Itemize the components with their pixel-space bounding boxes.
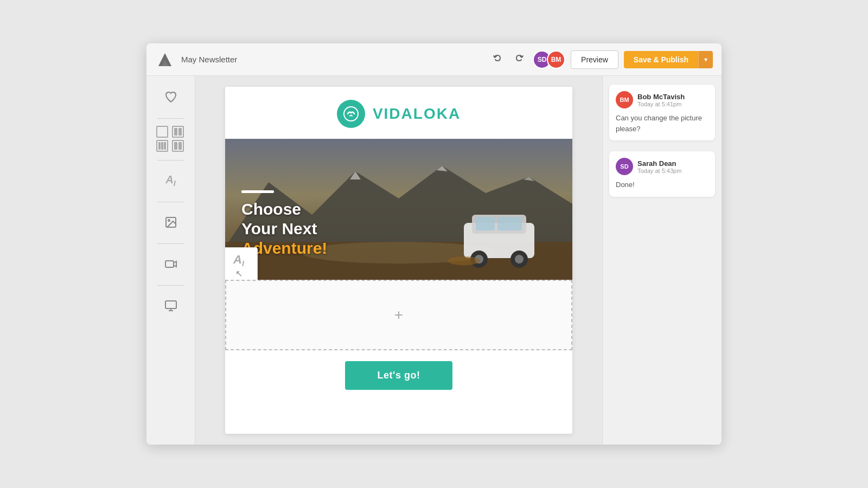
document-title: May Newsletter [181, 55, 483, 64]
comment-header-bm: BM Bob McTavish Today at 5:41pm [616, 91, 709, 108]
undo-button[interactable] [489, 51, 506, 68]
brand-name: VIDALOKA [373, 105, 461, 123]
add-content-icon: + [394, 306, 403, 324]
sidebar-divider-1 [157, 118, 184, 119]
collaborator-avatars: SD BM [533, 50, 565, 69]
sidebar-divider-3 [157, 202, 184, 202]
hero-accent-bar [241, 190, 274, 193]
sidebar-item-social[interactable] [156, 291, 186, 320]
email-canvas: VIDALOKA [225, 87, 572, 434]
comments-panel: BM Bob McTavish Today at 5:41pm Can you … [602, 76, 722, 445]
sidebar-item-video[interactable] [156, 249, 186, 279]
header: May Newsletter SD BM Preview Save & [146, 43, 722, 76]
content-drop-zone[interactable]: + [225, 280, 572, 350]
svg-rect-17 [497, 217, 522, 230]
save-publish-dropdown[interactable]: ▾ [698, 51, 713, 68]
comment-text-bm: Can you change the picture please? [616, 113, 709, 134]
sidebar-item-favorites[interactable] [156, 82, 186, 112]
ai-element-label: AI [233, 254, 244, 267]
preview-button[interactable]: Preview [571, 50, 618, 69]
sidebar-item-layout-grid[interactable] [156, 124, 186, 153]
hero-image: Choose Your Next Adventure! AI ↖ [225, 139, 572, 280]
avatar-bm[interactable]: BM [547, 50, 565, 69]
comment-meta-bm: Bob McTavish Today at 5:41pm [637, 93, 685, 107]
comment-meta-sd: Sarah Dean Today at 5:43pm [637, 159, 681, 174]
svg-rect-4 [165, 261, 174, 267]
floating-ai-element[interactable]: AI ↖ [225, 247, 258, 280]
save-publish-button[interactable]: Save & Publish [624, 51, 698, 68]
email-brand-header: VIDALOKA [225, 87, 572, 139]
text-icon-label: AI [165, 174, 175, 187]
cta-button[interactable]: Let's go! [345, 361, 453, 390]
save-publish-group: Save & Publish ▾ [624, 51, 713, 68]
comment-header-sd: SD Sarah Dean Today at 5:43pm [616, 158, 709, 175]
svg-rect-16 [476, 217, 495, 230]
svg-point-21 [515, 255, 524, 264]
brand-logo-circle [337, 100, 365, 128]
comment-text-sd: Done! [616, 179, 709, 190]
comment-item-bm: BM Bob McTavish Today at 5:41pm Can you … [609, 85, 715, 140]
logo-icon [155, 50, 175, 69]
svg-point-6 [344, 107, 358, 121]
cta-section: Let's go! [225, 350, 572, 401]
redo-button[interactable] [511, 51, 527, 68]
comment-time-bm: Today at 5:41pm [637, 101, 685, 107]
comment-avatar-sd: SD [616, 158, 633, 175]
sidebar-divider-5 [157, 285, 184, 286]
sidebar-divider-2 [157, 160, 184, 160]
comment-author-sd: Sarah Dean [637, 159, 681, 168]
left-sidebar: AI [146, 76, 195, 445]
comment-author-bm: Bob McTavish [637, 93, 685, 101]
cursor-icon: ↖ [235, 268, 242, 279]
comment-time-sd: Today at 5:43pm [637, 168, 681, 174]
sidebar-item-text[interactable]: AI [156, 166, 186, 195]
comment-avatar-bm: BM [616, 91, 633, 108]
sidebar-divider-4 [157, 243, 184, 244]
svg-point-3 [168, 220, 170, 221]
svg-rect-5 [165, 301, 176, 309]
app-window: May Newsletter SD BM Preview Save & [146, 43, 722, 445]
main-area: AI [146, 76, 722, 445]
canvas-area[interactable]: VIDALOKA [195, 76, 602, 445]
comment-item-sd: SD Sarah Dean Today at 5:43pm Done! [609, 151, 715, 197]
svg-point-22 [448, 256, 480, 265]
sidebar-item-image[interactable] [156, 208, 186, 237]
header-actions: SD BM Preview Save & Publish ▾ [489, 50, 713, 69]
